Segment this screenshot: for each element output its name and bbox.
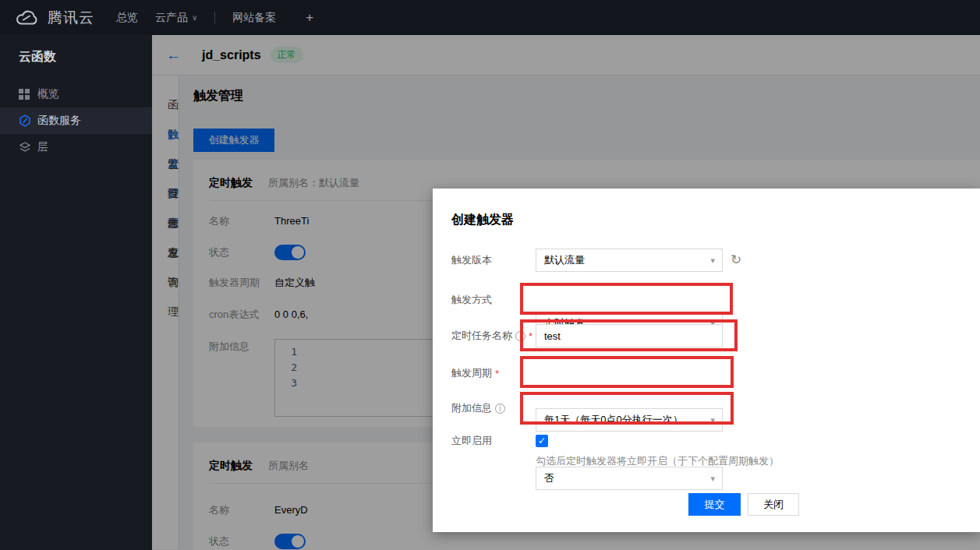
extra-info-label: 附加信息 i bbox=[451, 397, 505, 420]
nav-beian[interactable]: 网站备案 bbox=[232, 11, 276, 25]
check-icon: ✓ bbox=[538, 435, 546, 446]
sidebar-title: 云函数 bbox=[0, 35, 152, 81]
version-select[interactable]: 默认流量 ▾ bbox=[536, 249, 723, 272]
sidebar-item-label: 函数服务 bbox=[37, 114, 81, 128]
task-name-input[interactable] bbox=[536, 324, 723, 347]
tencent-cloud-logo[interactable]: 腾讯云 bbox=[14, 8, 94, 28]
top-nav-bar: 腾讯云 总览 云产品 ∨ 网站备案 + bbox=[0, 0, 980, 35]
trigger-period-select[interactable]: 每1天（每天0点0分执行一次） ▾ bbox=[536, 408, 723, 432]
trigger-period-value: 每1天（每天0点0分执行一次） bbox=[544, 413, 683, 427]
caret-down-icon: ▾ bbox=[710, 474, 715, 484]
enable-now-checkbox[interactable]: ✓ bbox=[536, 435, 548, 447]
nav-overview[interactable]: 总览 bbox=[116, 11, 138, 25]
extra-info-select[interactable]: 否 ▾ bbox=[536, 467, 723, 490]
chevron-down-icon: ∨ bbox=[192, 13, 197, 22]
caret-down-icon: ▾ bbox=[710, 415, 715, 425]
extra-info-value: 否 bbox=[544, 471, 554, 485]
refresh-icon[interactable]: ↻ bbox=[731, 252, 741, 268]
required-asterisk: * bbox=[529, 330, 532, 342]
create-trigger-dialog: 创建触发器 触发版本 默认流量 ▾ ↻ 触发方式 定时触发 ▾ 定时任务名称 i… bbox=[433, 189, 980, 532]
info-icon[interactable]: i bbox=[495, 404, 505, 414]
trigger-period-label: 触发周期 * bbox=[451, 361, 499, 385]
sidebar-item-layers[interactable]: 层 bbox=[0, 134, 152, 160]
submit-button[interactable]: 提交 bbox=[688, 493, 741, 516]
enable-now-hint: 勾选后定时触发器将立即开启（于下个配置周期触发） bbox=[536, 454, 779, 468]
logo-text: 腾讯云 bbox=[48, 8, 94, 28]
add-tab-plus-icon[interactable]: + bbox=[306, 10, 313, 26]
task-name-label: 定时任务名称 i * bbox=[451, 324, 532, 347]
sidebar-item-label: 层 bbox=[37, 140, 48, 154]
version-label: 触发版本 bbox=[451, 249, 492, 272]
caret-down-icon: ▾ bbox=[710, 256, 715, 266]
enable-now-label: 立即启用 bbox=[451, 429, 492, 453]
method-label: 触发方式 bbox=[451, 288, 492, 312]
sidebar-item-label: 概览 bbox=[37, 87, 59, 101]
nav-cloud-products[interactable]: 云产品 ∨ bbox=[155, 11, 197, 25]
required-asterisk: * bbox=[495, 368, 499, 379]
layers-icon bbox=[19, 141, 31, 153]
info-icon[interactable]: i bbox=[515, 331, 525, 341]
function-hexagon-icon bbox=[19, 115, 31, 127]
cloud-logo-icon bbox=[14, 9, 41, 26]
sidebar-item-function-service[interactable]: 函数服务 bbox=[0, 108, 152, 134]
nav-cloud-products-label: 云产品 bbox=[155, 11, 188, 25]
screen: 腾讯云 总览 云产品 ∨ 网站备案 + 云函数 概览 函数服务 bbox=[0, 0, 980, 550]
dialog-title: 创建触发器 bbox=[451, 212, 514, 228]
nav-divider bbox=[214, 12, 215, 24]
version-select-value: 默认流量 bbox=[544, 253, 585, 267]
product-sidebar: 云函数 概览 函数服务 层 bbox=[0, 35, 152, 550]
close-button[interactable]: 关闭 bbox=[748, 493, 799, 516]
sidebar-item-overview[interactable]: 概览 bbox=[0, 81, 152, 108]
grid-icon bbox=[19, 89, 31, 100]
